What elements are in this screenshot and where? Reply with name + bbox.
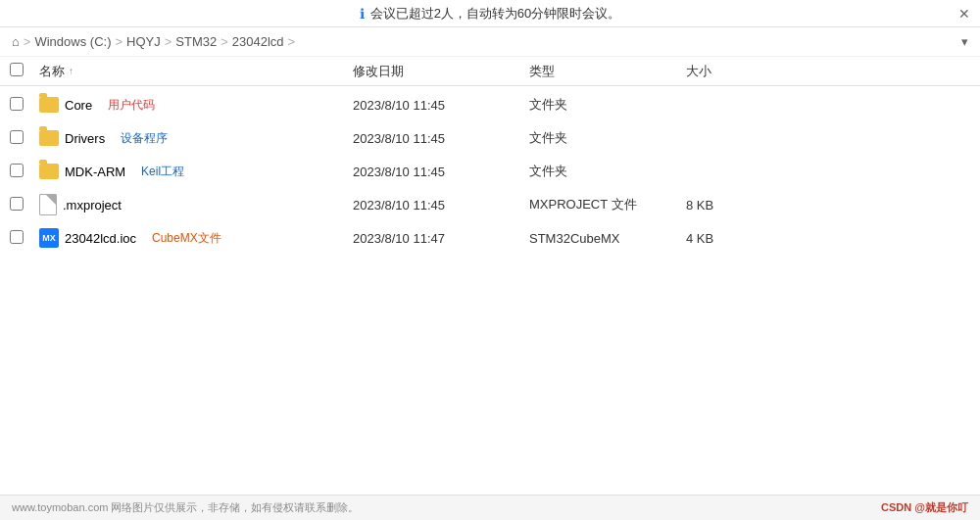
file-annotation: 用户代码 — [108, 97, 155, 114]
separator: > — [115, 34, 122, 49]
file-icon-name: Drivers 设备程序 — [39, 130, 353, 147]
breadcrumb-drive[interactable]: Windows (C:) — [34, 34, 111, 49]
file-modified: 2023/8/10 11:45 — [353, 98, 529, 113]
file-type: 文件夹 — [529, 163, 686, 180]
row-checkbox[interactable] — [10, 97, 39, 114]
col-name-header[interactable]: 名称 ↑ — [39, 63, 353, 80]
table-row[interactable]: .mxproject 2023/8/10 11:45 MXPROJECT 文件 … — [0, 188, 980, 221]
separator: > — [220, 34, 228, 49]
file-icon-name: .mxproject — [39, 194, 353, 215]
footer-bar: www.toymoban.com 网络图片仅供展示，非存储，如有侵权请联系删除。… — [0, 495, 980, 520]
file-name: Drivers — [65, 131, 105, 146]
separator: > — [24, 34, 31, 49]
file-name: Core — [65, 98, 92, 113]
row-checkbox[interactable] — [10, 164, 39, 180]
sort-arrow-icon: ↑ — [69, 66, 74, 76]
file-annotation: CubeMX文件 — [152, 230, 221, 247]
separator: > — [288, 34, 296, 49]
separator: > — [165, 34, 172, 49]
col-modified-header[interactable]: 修改日期 — [353, 63, 529, 80]
breadcrumb-hqyj[interactable]: HQYJ — [126, 34, 161, 49]
col-type-header[interactable]: 类型 — [529, 63, 686, 80]
file-type: 文件夹 — [529, 96, 686, 114]
file-icon-name: MDK-ARM Keil工程 — [39, 164, 353, 180]
col-size-header[interactable]: 大小 — [686, 63, 764, 80]
file-name: .mxproject — [63, 198, 122, 213]
table-row[interactable]: Core 用户代码 2023/8/10 11:45 文件夹 — [0, 88, 980, 121]
file-icon — [39, 194, 57, 215]
table-row[interactable]: MDK-ARM Keil工程 2023/8/10 11:45 文件夹 — [0, 155, 980, 188]
file-list: Core 用户代码 2023/8/10 11:45 文件夹 Drivers 设备… — [0, 86, 980, 255]
footer-left-text: www.toymoban.com 网络图片仅供展示，非存储，如有侵权请联系删除。 — [12, 500, 359, 515]
file-modified: 2023/8/10 11:47 — [353, 231, 529, 246]
close-icon[interactable]: ✕ — [958, 6, 970, 22]
file-name: MDK-ARM — [65, 165, 125, 179]
file-icon-name: MX 23042lcd.ioc CubeMX文件 — [39, 228, 353, 248]
table-row[interactable]: Drivers 设备程序 2023/8/10 11:45 文件夹 — [0, 121, 980, 155]
folder-icon — [39, 130, 59, 146]
breadcrumb: ⌂ > Windows (C:) > HQYJ > STM32 > 23042l… — [0, 27, 980, 57]
file-type: STM32CubeMX — [529, 231, 686, 246]
folder-icon — [39, 164, 59, 179]
row-checkbox[interactable] — [10, 197, 39, 213]
footer-right-text: CSDN @就是你叮 — [881, 500, 968, 515]
dropdown-arrow-icon[interactable]: ▾ — [961, 34, 968, 49]
breadcrumb-current: 23042lcd — [232, 34, 284, 49]
row-checkbox[interactable] — [10, 130, 39, 147]
info-icon: ℹ — [360, 6, 365, 22]
file-modified: 2023/8/10 11:45 — [353, 165, 529, 179]
file-name: 23042lcd.ioc — [65, 231, 136, 246]
breadcrumb-home[interactable]: ⌂ — [12, 34, 20, 49]
row-checkbox[interactable] — [10, 230, 39, 247]
checkbox-input[interactable] — [10, 63, 24, 76]
notification-text: 会议已超过2人，自动转为60分钟限时会议。 — [370, 5, 621, 23]
file-annotation: 设备程序 — [121, 130, 168, 147]
table-row[interactable]: MX 23042lcd.ioc CubeMX文件 2023/8/10 11:47… — [0, 221, 980, 255]
file-type: 文件夹 — [529, 129, 686, 147]
folder-icon — [39, 97, 59, 113]
file-modified: 2023/8/10 11:45 — [353, 131, 529, 146]
column-headers: 名称 ↑ 修改日期 类型 大小 — [0, 57, 980, 86]
mx-icon: MX — [39, 228, 59, 248]
file-icon-name: Core 用户代码 — [39, 97, 353, 114]
select-all-checkbox[interactable] — [10, 63, 39, 79]
file-modified: 2023/8/10 11:45 — [353, 198, 529, 213]
breadcrumb-stm32[interactable]: STM32 — [175, 34, 217, 49]
file-list-area: Core 用户代码 2023/8/10 11:45 文件夹 Drivers 设备… — [0, 86, 980, 495]
file-annotation: Keil工程 — [141, 164, 184, 180]
file-size: 4 KB — [686, 231, 764, 246]
file-type: MXPROJECT 文件 — [529, 196, 686, 213]
file-size: 8 KB — [686, 198, 764, 213]
notification-bar: ℹ 会议已超过2人，自动转为60分钟限时会议。 ✕ — [0, 0, 980, 27]
